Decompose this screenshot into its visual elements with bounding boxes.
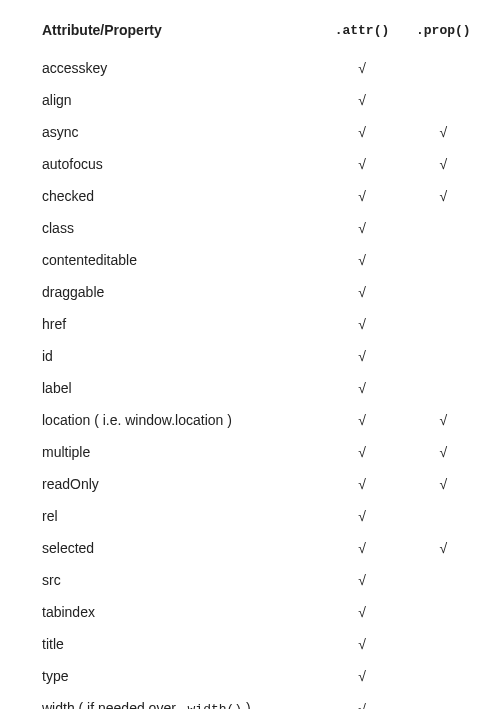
table-row: draggable√ <box>36 276 484 308</box>
table-row: title√ <box>36 628 484 660</box>
prop-check-cell: √ <box>403 532 484 564</box>
prop-check-cell <box>403 596 484 628</box>
attribute-name-cell: autofocus <box>36 148 321 180</box>
prop-check-cell <box>403 308 484 340</box>
attribute-name-cell: location ( i.e. window.location ) <box>36 404 321 436</box>
table-row: accesskey√ <box>36 52 484 84</box>
table-row: align√ <box>36 84 484 116</box>
attr-check-cell: √ <box>321 180 402 212</box>
prop-check-cell <box>403 212 484 244</box>
header-attr-method: .attr() <box>321 18 402 52</box>
prop-check-cell <box>403 84 484 116</box>
attr-check-cell: √ <box>321 340 402 372</box>
table-row: type√ <box>36 660 484 692</box>
attr-check-cell: √ <box>321 244 402 276</box>
table-row: width ( if needed over .width() )√ <box>36 692 484 709</box>
attr-check-cell: √ <box>321 500 402 532</box>
prop-check-cell <box>403 660 484 692</box>
table-row: class√ <box>36 212 484 244</box>
table-row: href√ <box>36 308 484 340</box>
prop-check-cell <box>403 372 484 404</box>
prop-check-cell <box>403 628 484 660</box>
header-prop-method: .prop() <box>403 18 484 52</box>
prop-check-cell: √ <box>403 436 484 468</box>
attribute-name-cell: src <box>36 564 321 596</box>
prop-check-cell <box>403 340 484 372</box>
table-row: location ( i.e. window.location )√√ <box>36 404 484 436</box>
prop-check-cell <box>403 52 484 84</box>
attribute-name-cell: contenteditable <box>36 244 321 276</box>
attribute-name-cell: accesskey <box>36 52 321 84</box>
attribute-name-cell: href <box>36 308 321 340</box>
attr-check-cell: √ <box>321 660 402 692</box>
attr-check-cell: √ <box>321 564 402 596</box>
table-row: async√√ <box>36 116 484 148</box>
table-row: tabindex√ <box>36 596 484 628</box>
attr-check-cell: √ <box>321 52 402 84</box>
attr-check-cell: √ <box>321 372 402 404</box>
attribute-name-cell: readOnly <box>36 468 321 500</box>
table-header-row: Attribute/Property .attr() .prop() <box>36 18 484 52</box>
attribute-name-cell: id <box>36 340 321 372</box>
attribute-name-cell: async <box>36 116 321 148</box>
header-attribute: Attribute/Property <box>36 18 321 52</box>
attr-check-cell: √ <box>321 532 402 564</box>
prop-check-cell: √ <box>403 180 484 212</box>
table-row: contenteditable√ <box>36 244 484 276</box>
attr-check-cell: √ <box>321 276 402 308</box>
attr-check-cell: √ <box>321 308 402 340</box>
table-row: readOnly√√ <box>36 468 484 500</box>
attr-check-cell: √ <box>321 404 402 436</box>
attr-check-cell: √ <box>321 468 402 500</box>
prop-check-cell <box>403 244 484 276</box>
table-row: multiple√√ <box>36 436 484 468</box>
attribute-name-cell: draggable <box>36 276 321 308</box>
attribute-name-cell: tabindex <box>36 596 321 628</box>
attribute-name-cell: class <box>36 212 321 244</box>
attr-check-cell: √ <box>321 692 402 709</box>
attr-check-cell: √ <box>321 84 402 116</box>
attr-check-cell: √ <box>321 148 402 180</box>
attribute-name-cell: width ( if needed over .width() ) <box>36 692 321 709</box>
attr-check-cell: √ <box>321 212 402 244</box>
prop-check-cell <box>403 276 484 308</box>
attr-check-cell: √ <box>321 628 402 660</box>
attr-prop-table: Attribute/Property .attr() .prop() acces… <box>36 18 484 709</box>
attribute-name-cell: align <box>36 84 321 116</box>
table-row: selected√√ <box>36 532 484 564</box>
prop-check-cell: √ <box>403 404 484 436</box>
table-row: id√ <box>36 340 484 372</box>
prop-check-cell <box>403 692 484 709</box>
attribute-name-cell: rel <box>36 500 321 532</box>
prop-check-cell: √ <box>403 116 484 148</box>
prop-check-cell: √ <box>403 468 484 500</box>
table-row: rel√ <box>36 500 484 532</box>
attribute-name-cell: checked <box>36 180 321 212</box>
attribute-name-cell: type <box>36 660 321 692</box>
attribute-name-cell: title <box>36 628 321 660</box>
attr-check-cell: √ <box>321 436 402 468</box>
attribute-name-cell: selected <box>36 532 321 564</box>
attribute-name-cell: multiple <box>36 436 321 468</box>
table-row: label√ <box>36 372 484 404</box>
attribute-name-cell: label <box>36 372 321 404</box>
table-row: checked√√ <box>36 180 484 212</box>
prop-check-cell: √ <box>403 148 484 180</box>
table-row: src√ <box>36 564 484 596</box>
prop-check-cell <box>403 500 484 532</box>
table-row: autofocus√√ <box>36 148 484 180</box>
prop-check-cell <box>403 564 484 596</box>
attr-check-cell: √ <box>321 596 402 628</box>
attr-check-cell: √ <box>321 116 402 148</box>
